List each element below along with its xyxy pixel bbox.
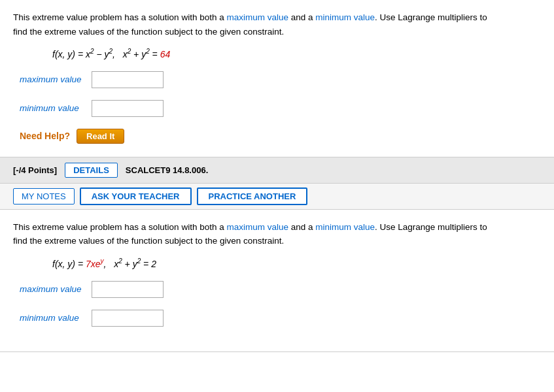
section-2-header: [-/4 Points] DETAILS SCALCET9 14.8.006. [0,157,554,184]
details-button[interactable]: DETAILS [65,163,118,178]
section-2: This extreme value problem has a solutio… [0,210,554,352]
max-value-input-2[interactable] [92,281,164,298]
min-value-row: minimum value [20,100,541,117]
read-it-button[interactable]: Read It [77,129,124,144]
max-value-label: maximum value [20,74,92,84]
min-value-input-2[interactable] [92,310,164,327]
scalc-label: SCALCET9 14.8.006. [126,165,208,175]
min-value-label: minimum value [20,103,92,113]
max-highlight: maximum value [226,12,288,22]
max-value-input[interactable] [92,71,164,88]
min-value-label-2: minimum value [20,313,92,323]
max-value-label-2: maximum value [20,284,92,294]
points-label: [-/4 Points] [13,165,57,175]
min-highlight-2: minimum value [315,222,375,232]
min-highlight: minimum value [315,12,375,22]
ask-teacher-button[interactable]: ASK YOUR TEACHER [80,188,192,205]
problem-description-2: This extreme value problem has a solutio… [13,220,541,248]
section-1: This extreme value problem has a solutio… [0,0,554,157]
problem-description-1: This extreme value problem has a solutio… [13,10,541,39]
my-notes-button[interactable]: MY NOTES [13,188,75,204]
max-highlight-2: maximum value [226,222,288,232]
min-value-row-2: minimum value [20,310,541,327]
actions-row: MY NOTES ASK YOUR TEACHER PRACTICE ANOTH… [0,184,554,210]
max-value-row-2: maximum value [20,281,541,298]
equation-2: f(x, y) = 7xey, x2 + y2 = 2 [52,257,541,269]
practice-another-button[interactable]: PRACTICE ANOTHER [197,188,308,205]
need-help-row: Need Help? Read It [20,129,541,144]
need-help-label: Need Help? [20,131,70,141]
max-value-row: maximum value [20,71,541,88]
equation-1: f(x, y) = x2 − y2, x2 + y2 = 64 [52,48,541,59]
min-value-input[interactable] [92,100,164,117]
